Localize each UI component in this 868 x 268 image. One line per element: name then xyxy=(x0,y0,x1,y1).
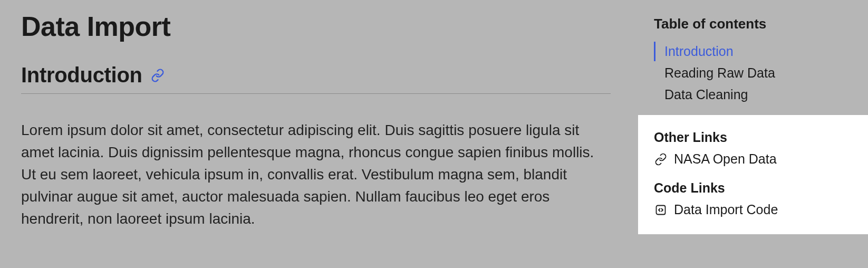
code-file-icon xyxy=(654,203,668,217)
code-links-list: Data Import Code xyxy=(654,201,852,218)
section-heading-introduction: Introduction xyxy=(21,63,142,87)
heading-divider xyxy=(21,93,611,94)
other-links-list: NASA Open Data xyxy=(654,150,852,168)
toc-item-introduction[interactable]: Introduction xyxy=(654,41,852,62)
code-link-label: Data Import Code xyxy=(674,202,778,217)
sidebar: Table of contents Introduction Reading R… xyxy=(638,0,868,268)
code-link-data-import-code[interactable]: Data Import Code xyxy=(654,201,852,218)
other-link-label: NASA Open Data xyxy=(674,151,777,167)
body-paragraph: Lorem ipsum dolor sit amet, consectetur … xyxy=(21,119,612,230)
section-heading-row: Introduction xyxy=(21,63,612,87)
page-title: Data Import xyxy=(21,11,612,42)
toc-list: Introduction Reading Raw Data Data Clean… xyxy=(654,41,852,106)
toc-title: Table of contents xyxy=(654,16,852,32)
code-links-group: Code Links Data Import Code xyxy=(654,180,852,218)
links-panel: Other Links NASA Open Data Code Links xyxy=(638,115,868,234)
other-link-nasa-open-data[interactable]: NASA Open Data xyxy=(654,150,852,168)
toc-item-data-cleaning[interactable]: Data Cleaning xyxy=(654,84,852,106)
link-icon xyxy=(654,152,668,166)
anchor-link-icon[interactable] xyxy=(151,69,165,82)
toc-item-reading-raw-data[interactable]: Reading Raw Data xyxy=(654,62,852,84)
toc-section: Table of contents Introduction Reading R… xyxy=(638,0,868,115)
other-links-group: Other Links NASA Open Data xyxy=(654,130,852,168)
other-links-title: Other Links xyxy=(654,130,852,145)
code-links-title: Code Links xyxy=(654,180,852,196)
svg-rect-0 xyxy=(657,205,666,214)
main-content: Data Import Introduction Lorem ipsum dol… xyxy=(21,11,612,230)
